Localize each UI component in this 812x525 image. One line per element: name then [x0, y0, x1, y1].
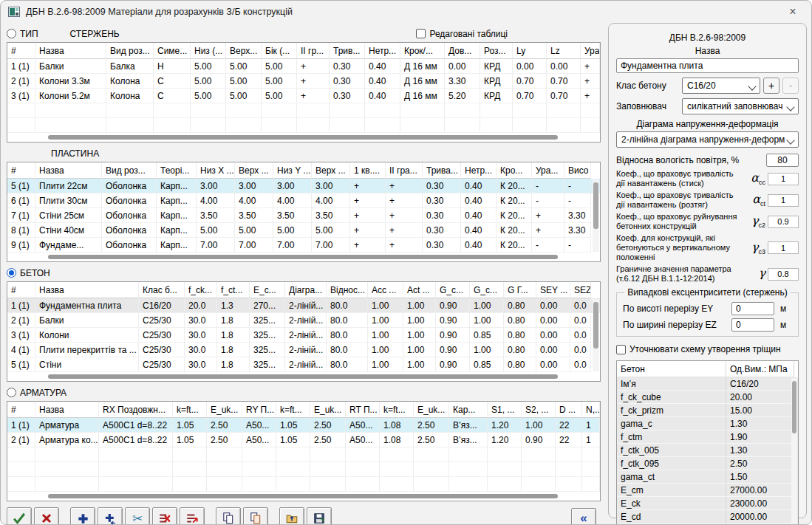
- column-header[interactable]: #: [7, 43, 35, 59]
- ey-input[interactable]: [731, 302, 774, 315]
- column-header[interactable]: Трива...: [423, 162, 461, 179]
- add-row-button[interactable]: [70, 507, 95, 525]
- table-row[interactable]: 7 (1)Стіни 25смОболонкаКарп...3.503.503.…: [7, 208, 600, 223]
- column-header[interactable]: Низ X ...: [197, 162, 235, 179]
- table-row[interactable]: gama_ct1.50: [617, 470, 798, 484]
- column-header[interactable]: Вид роз...: [106, 43, 154, 59]
- radio-tip[interactable]: [7, 29, 16, 38]
- column-header[interactable]: Назва: [35, 402, 99, 418]
- column-header[interactable]: Ура..: [581, 43, 600, 59]
- radio-beton[interactable]: [7, 268, 16, 278]
- table-row[interactable]: 5 (1)СтіниC25/3030.01.8325...2-ліній...8…: [7, 357, 600, 372]
- scroll-thumb[interactable]: [48, 135, 558, 140]
- table-row[interactable]: 5 (1)Плити 22смОболонкаКарп...3.003.003.…: [7, 179, 600, 193]
- column-header[interactable]: Бік (...: [262, 43, 297, 59]
- gamma-input[interactable]: [768, 268, 799, 281]
- scroll-thumb[interactable]: [593, 182, 598, 229]
- column-header[interactable]: Lz: [547, 43, 581, 59]
- table-row[interactable]: E_cm27000.00: [617, 484, 798, 497]
- column-header[interactable]: Нетр...: [461, 162, 497, 179]
- import-button[interactable]: [279, 507, 304, 525]
- column-header[interactable]: II гра...: [386, 162, 423, 179]
- crack-scheme-checkbox[interactable]: [616, 345, 626, 354]
- horizontal-scrollbar[interactable]: [7, 372, 600, 381]
- column-header[interactable]: Віднос...: [327, 282, 368, 298]
- column-header[interactable]: G_c...: [470, 282, 504, 298]
- table-row[interactable]: f_ctm1.90: [617, 430, 798, 444]
- delete-rows-button[interactable]: [152, 507, 177, 525]
- column-header[interactable]: II гр...: [297, 43, 330, 59]
- table-row[interactable]: 2 (1)Колони 3.3мКолонаС5.005.005.00+0.30…: [7, 74, 600, 89]
- alpha-ct-input[interactable]: [768, 194, 799, 207]
- table-row[interactable]: 1 (1)Фундаментна плитаC16/2020.01.3270..…: [7, 298, 600, 313]
- apply-button[interactable]: [7, 507, 32, 525]
- save-button[interactable]: [307, 507, 332, 525]
- column-header[interactable]: 1 кв....: [350, 162, 386, 179]
- column-header[interactable]: Бетон: [617, 361, 726, 377]
- column-header[interactable]: SEZ: [570, 282, 591, 298]
- column-header[interactable]: Назва: [35, 43, 106, 59]
- column-header[interactable]: Act ...: [403, 282, 436, 298]
- radio-armatura[interactable]: [7, 388, 16, 397]
- column-header[interactable]: Діагра...: [285, 282, 327, 298]
- column-header[interactable]: k=ft...: [380, 402, 414, 418]
- ez-input[interactable]: [731, 318, 774, 332]
- column-header[interactable]: Верх...: [226, 43, 262, 59]
- column-header[interactable]: Ура...: [532, 162, 564, 179]
- table-row[interactable]: E_ck23000.00: [617, 497, 798, 510]
- vertical-scrollbar[interactable]: [593, 179, 599, 252]
- humidity-input[interactable]: [766, 154, 799, 167]
- column-header[interactable]: #: [7, 162, 35, 179]
- cancel-button[interactable]: [34, 507, 59, 525]
- column-header[interactable]: E_uk...: [207, 402, 242, 418]
- column-header[interactable]: RY П...: [242, 402, 276, 418]
- add-special-row-button[interactable]: [98, 507, 123, 525]
- paste-button[interactable]: [243, 507, 268, 525]
- horizontal-scrollbar[interactable]: [7, 492, 600, 501]
- table-row[interactable]: f_ctk_0952.50: [617, 457, 798, 470]
- scroll-thumb[interactable]: [48, 255, 558, 259]
- filler-select[interactable]: силікатний заповнювач: [682, 98, 799, 114]
- table-row[interactable]: E_cd20000.00: [617, 510, 798, 524]
- column-header[interactable]: Кар...: [449, 402, 488, 418]
- column-header[interactable]: k=ft...: [173, 402, 207, 418]
- table-row[interactable]: 8 (1)Стіни 40смОболонкаКарп...5.005.005.…: [7, 223, 600, 238]
- table-row[interactable]: 2 (1)Арматура ко...A500C1 d=8..221.052.5…: [7, 433, 600, 447]
- table-row[interactable]: Ім’яC16/20: [617, 377, 798, 391]
- column-header[interactable]: Висо: [564, 162, 591, 179]
- concrete-class-select[interactable]: C16/20: [682, 78, 760, 94]
- column-header[interactable]: Acc ...: [368, 282, 403, 298]
- horizontal-scrollbar[interactable]: [7, 253, 600, 261]
- diagram-select[interactable]: 2-лінійна діаграма напруження-деформація: [616, 131, 799, 148]
- column-header[interactable]: RX Поздовжн...: [99, 402, 173, 418]
- add-class-button[interactable]: +: [763, 78, 779, 94]
- copy-button[interactable]: [216, 507, 241, 525]
- vertical-scrollbar[interactable]: [791, 378, 797, 525]
- table-row[interactable]: 3 (1)Колони 5.2мКолонаС5.005.005.00+0.30…: [7, 89, 600, 103]
- column-header[interactable]: D ...: [556, 402, 582, 418]
- column-header[interactable]: S1, ...: [488, 402, 522, 418]
- column-header[interactable]: E_uk...: [414, 402, 449, 418]
- column-header[interactable]: Нетр...: [365, 43, 400, 59]
- table-row[interactable]: f_ck_cube20.00: [617, 391, 798, 404]
- close-button[interactable]: ×: [782, 2, 804, 21]
- table-row[interactable]: 1 (1)АрматураA500C1 d=8..221.052.50A50..…: [7, 418, 600, 433]
- column-header[interactable]: S2, ...: [522, 402, 556, 418]
- column-header[interactable]: G Г...: [504, 282, 536, 298]
- edit-tables-checkbox[interactable]: [416, 29, 426, 38]
- column-header[interactable]: Вид роз...: [102, 162, 157, 179]
- column-header[interactable]: Теорі...: [157, 162, 197, 179]
- column-header[interactable]: G_c...: [436, 282, 470, 298]
- column-header[interactable]: E_c...: [250, 282, 285, 298]
- gamma-c2-input[interactable]: [768, 216, 799, 228]
- column-header[interactable]: Низ Y ...: [273, 162, 312, 179]
- column-header[interactable]: Кро...: [497, 162, 532, 179]
- table-row[interactable]: f_ck_prizm15.00: [617, 404, 798, 417]
- cut-button[interactable]: ✂: [125, 507, 150, 525]
- column-header[interactable]: N,...: [582, 402, 600, 418]
- column-header[interactable]: Дов...: [445, 43, 480, 59]
- column-header[interactable]: Ly: [513, 43, 547, 59]
- table-row[interactable]: 2 (1)БалкиC25/3030.01.8325...2-ліній...8…: [7, 313, 600, 328]
- insert-row-button[interactable]: [180, 507, 205, 525]
- column-header[interactable]: Симе...: [154, 43, 191, 59]
